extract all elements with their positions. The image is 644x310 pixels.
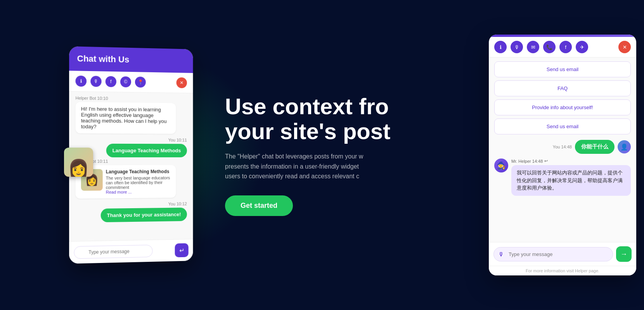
right-user-row: You 14:48 你能干什么 👤 [494, 140, 631, 154]
user-bubble-row-2: Thank you for your assistance! [76, 207, 187, 223]
right-chat-body: Send us email FAQ Provide info about you… [489, 57, 636, 242]
main-description: The "Helper" chat bot leverages posts fr… [225, 152, 411, 181]
avatar-image: 👩 [64, 148, 93, 177]
main-heading: Use context fro your site's post [225, 94, 466, 144]
bot-bubble-1: Hi! I'm here to assist you in learning E… [76, 102, 176, 134]
facebook-icon[interactable]: f [106, 76, 116, 87]
right-user-time: You 14:48 [553, 145, 572, 149]
right-bot-bubble: 我可以回答关于网站内容或产品的问题，提供个性化的回复，并解决常见问题，帮助提高客… [511, 165, 631, 196]
right-send-button[interactable]: → [616, 246, 632, 262]
chat-input-row: 🎙 ↵ [69, 239, 193, 264]
widget-title: Chat with Us [77, 54, 185, 66]
input-wrapper: 🎙 [74, 244, 171, 259]
avatar-float: 👩 [64, 148, 93, 177]
bot-label-1: Helper Bot 10:10 [76, 96, 187, 102]
right-mic-icon[interactable]: 🎙 [511, 41, 523, 53]
message-input[interactable] [74, 245, 152, 259]
right-user-avatar: 👤 [618, 140, 631, 153]
right-footer: For more information visit Helper page. [489, 266, 636, 275]
close-icon[interactable]: ✕ [177, 77, 187, 88]
widget-header: Chat with Us [69, 46, 193, 73]
right-bot-avatar: 🧙 [494, 158, 508, 172]
heading-line1: Use context fro [225, 94, 389, 119]
right-chat-widget: ℹ 🎙 ✉ 📞 f ✈ ✕ Send us email FAQ Provide … [489, 35, 636, 275]
right-facebook-icon[interactable]: f [559, 41, 572, 53]
right-input-row: 🎙 → [489, 242, 636, 266]
option-send-email-2[interactable]: Send us email [494, 118, 631, 134]
right-mic-input-icon: 🎙 [498, 251, 504, 258]
right-icons-row: ℹ 🎙 ✉ 📞 f ✈ ✕ [489, 37, 636, 57]
article-preview: The very best language educators can oft… [106, 176, 171, 190]
mic-icon[interactable]: 🎙 [90, 76, 101, 87]
right-bot-name: Mr. Helper 14:48 ↩ [511, 158, 631, 164]
user-bubble-1: Language Teaching Methods [106, 144, 187, 157]
right-bot-content: Mr. Helper 14:48 ↩ 我可以回答关于网站内容或产品的问题，提供个… [511, 158, 631, 196]
reply-icon: ↩ [544, 158, 548, 164]
info-icon[interactable]: ℹ [76, 75, 87, 87]
right-info-icon[interactable]: ℹ [494, 41, 507, 53]
right-close-icon[interactable]: ✕ [618, 41, 631, 53]
user-label-2: You 10:12 [76, 201, 187, 207]
article-content: Language Teaching Methods The very best … [106, 169, 171, 195]
article-title: Language Teaching Methods [106, 169, 171, 175]
right-bot-row: 🧙 Mr. Helper 14:48 ↩ 我可以回答关于网站内容或产品的问题，提… [494, 158, 631, 196]
copyright-icon[interactable]: © [120, 76, 131, 87]
get-started-button[interactable]: Get started [225, 195, 293, 216]
user-label-1: You 10:11 [76, 137, 187, 142]
option-send-email-1[interactable]: Send us email [494, 61, 631, 77]
right-input-wrapper: 🎙 [493, 247, 613, 261]
right-email-icon[interactable]: ✉ [527, 41, 539, 53]
heading-line2: your site's post [225, 118, 390, 144]
location-icon[interactable]: 📍 [135, 77, 146, 87]
center-content: Use context fro your site's post The "He… [194, 94, 489, 216]
right-message-input[interactable] [493, 247, 613, 261]
right-telegram-icon[interactable]: ✈ [576, 41, 588, 53]
read-more-link[interactable]: Read more ... [106, 189, 171, 194]
option-faq[interactable]: FAQ [494, 80, 631, 96]
send-button[interactable]: ↵ [175, 243, 189, 257]
option-provide-info[interactable]: Provide info about yourself! [494, 99, 631, 115]
right-user-bubble: 你能干什么 [575, 140, 615, 154]
right-phone-icon[interactable]: 📞 [543, 41, 556, 53]
widget-icons-row: ℹ 🎙 f © 📍 ✕ [69, 71, 193, 93]
user-bubble-2: Thank you for your assistance! [100, 207, 187, 222]
